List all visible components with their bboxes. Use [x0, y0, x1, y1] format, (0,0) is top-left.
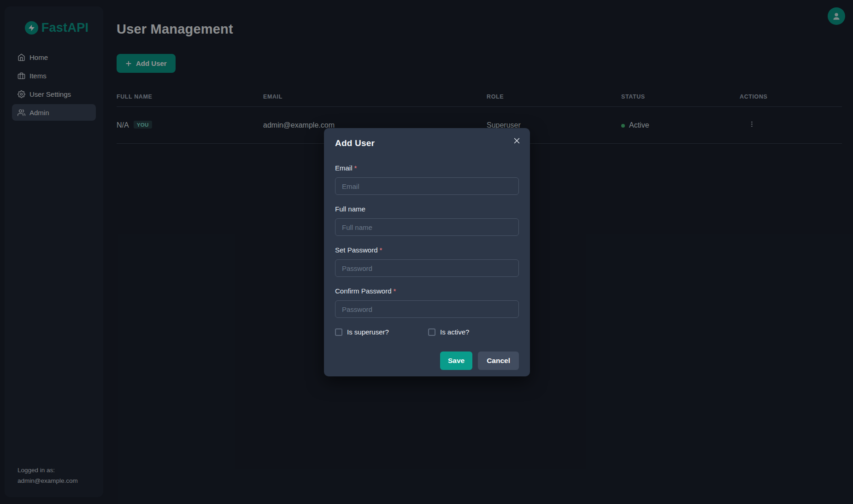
set-password-input[interactable]: [335, 259, 519, 277]
checkbox-row: Is superuser? Is active?: [335, 328, 519, 336]
full-name-input[interactable]: [335, 218, 519, 236]
is-superuser-checkbox-group[interactable]: Is superuser?: [335, 328, 428, 336]
modal-title: Add User: [335, 138, 519, 148]
email-field-group: Email*: [335, 164, 519, 195]
confirm-password-field-group: Confirm Password*: [335, 287, 519, 318]
full-name-field-group: Full name: [335, 205, 519, 236]
required-asterisk: *: [394, 287, 396, 295]
add-user-modal: Add User Email* Full name Set Password* …: [324, 128, 530, 376]
is-superuser-checkbox[interactable]: [335, 328, 342, 336]
is-active-checkbox-group[interactable]: Is active?: [428, 328, 469, 336]
email-input[interactable]: [335, 177, 519, 195]
cancel-button[interactable]: Cancel: [478, 352, 519, 370]
required-asterisk: *: [380, 246, 382, 254]
save-button[interactable]: Save: [440, 352, 472, 370]
set-password-field-group: Set Password*: [335, 246, 519, 277]
is-active-checkbox[interactable]: [428, 328, 435, 336]
confirm-password-input[interactable]: [335, 300, 519, 318]
modal-footer: Save Cancel: [440, 352, 519, 370]
full-name-label: Full name: [335, 205, 519, 213]
close-button[interactable]: [512, 135, 522, 146]
is-superuser-label: Is superuser?: [347, 328, 389, 336]
email-label: Email*: [335, 164, 519, 172]
set-password-label: Set Password*: [335, 246, 519, 254]
confirm-password-label: Confirm Password*: [335, 287, 519, 295]
app-root: FastAPI Home Items User Settings: [0, 0, 853, 504]
required-asterisk: *: [354, 164, 357, 172]
is-active-label: Is active?: [440, 328, 469, 336]
close-icon: [513, 137, 521, 145]
